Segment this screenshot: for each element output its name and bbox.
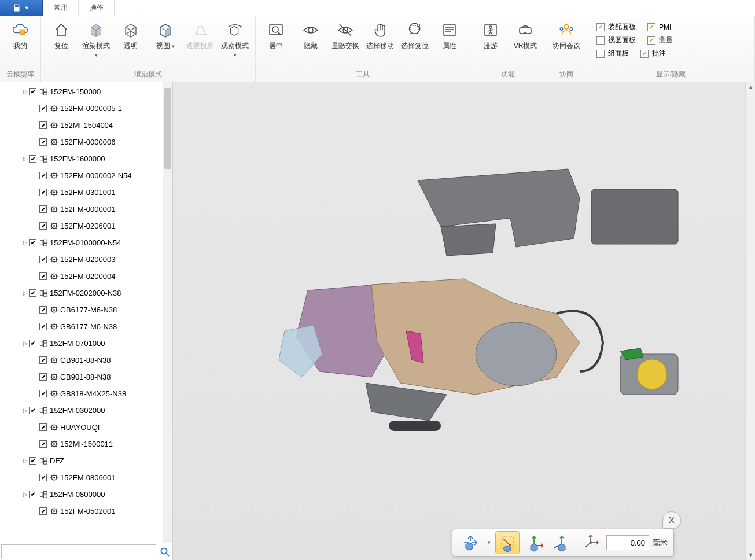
checkbox-icon[interactable] — [39, 373, 47, 381]
tree-assembly-node[interactable]: 152FM-0302000 — [0, 402, 172, 419]
checkbox-icon[interactable] — [29, 407, 36, 414]
showhide-check-viewpanel[interactable]: 视图面板 — [596, 35, 636, 45]
checkbox-icon[interactable] — [39, 189, 47, 196]
tree-part-node[interactable]: 152FM-0000001 — [0, 201, 172, 218]
expander-icon[interactable] — [22, 156, 29, 162]
tree-assembly-node[interactable]: 152FM-1600000 — [0, 150, 172, 167]
checkbox-icon[interactable] — [39, 172, 47, 179]
showhide-check-pmi[interactable]: PMI — [647, 22, 671, 32]
observe-mode-button[interactable]: 观察模式 — [218, 19, 252, 61]
tree-part-node[interactable]: GB6177-M6-N38 — [0, 301, 172, 318]
perspective-button[interactable]: 透视投影 — [183, 19, 217, 52]
mine-button[interactable]: 我的 — [3, 19, 37, 52]
checkbox-icon[interactable] — [39, 205, 47, 213]
tree-part-node[interactable]: GB901-88-N38 — [0, 369, 172, 385]
checkbox-icon[interactable] — [29, 88, 36, 95]
checkbox-icon[interactable] — [39, 323, 47, 330]
3d-viewport[interactable]: X ▾ 毫米 ▲ ▼ — [173, 82, 755, 560]
checkbox-icon[interactable] — [39, 222, 47, 230]
roam-button[interactable]: 漫游 — [474, 19, 507, 52]
checkbox-icon[interactable] — [39, 306, 47, 314]
hide-button[interactable]: 隐藏 — [294, 19, 327, 52]
move-rotate-button[interactable] — [579, 531, 603, 554]
checkbox-icon[interactable] — [39, 423, 47, 431]
tab-operation[interactable]: 操作 — [79, 0, 115, 16]
tree-part-node[interactable]: 152FM-0502001 — [0, 503, 172, 520]
tree-part-node[interactable]: 152FM-0806001 — [0, 469, 172, 486]
checkbox-icon[interactable] — [29, 239, 36, 246]
checkbox-icon[interactable] — [29, 340, 36, 347]
tree-assembly-node[interactable]: DFZ — [0, 452, 172, 469]
expander-icon[interactable] — [22, 491, 29, 498]
showhide-check-grouppanel[interactable]: 组面板 — [596, 49, 629, 58]
checkbox-icon[interactable] — [29, 491, 36, 498]
tree-part-node[interactable]: 152MI-1500011 — [0, 436, 172, 452]
tree-part-node[interactable]: 152FM-0206001 — [0, 218, 172, 234]
checkbox-icon[interactable] — [39, 272, 47, 280]
viewport-scrollbar[interactable]: ▲ ▼ — [745, 82, 755, 560]
tree-scrollbar[interactable] — [163, 82, 172, 543]
move-free-button[interactable] — [458, 531, 483, 554]
showhide-check-measure[interactable]: 测量 — [647, 35, 673, 45]
checkbox-icon[interactable] — [29, 457, 36, 465]
move-distance-input[interactable] — [606, 535, 649, 550]
checkbox-icon[interactable] — [39, 440, 47, 448]
checkbox-icon[interactable] — [39, 138, 47, 146]
properties-button[interactable]: 属性 — [433, 19, 466, 52]
tree-part-node[interactable]: GB6177-M6-N38 — [0, 318, 172, 335]
vr-mode-button[interactable]: VR模式 — [509, 19, 542, 52]
tree-assembly-node[interactable]: 152FM-0800000 — [0, 486, 172, 503]
tree-part-node[interactable]: 152FM-0301001 — [0, 184, 172, 201]
checkbox-icon[interactable] — [39, 256, 47, 263]
tree-assembly-node[interactable]: 152FM-0202000-N38 — [0, 285, 172, 301]
expander-icon[interactable] — [22, 407, 29, 414]
checkbox-icon[interactable] — [39, 121, 47, 129]
tree-part-node[interactable]: GB901-88-N38 — [0, 352, 172, 369]
expander-icon[interactable] — [22, 240, 29, 246]
checkbox-icon[interactable] — [29, 289, 36, 297]
move-scale-button[interactable] — [495, 531, 520, 554]
tree-part-node[interactable]: 152MI-1504004 — [0, 117, 172, 134]
tree-assembly-node[interactable]: 152FM-150000 — [0, 83, 172, 100]
scroll-up-arrow-icon[interactable]: ▲ — [746, 82, 755, 93]
tree-part-node[interactable]: 152FM-0200004 — [0, 268, 172, 285]
checkbox-icon[interactable] — [29, 155, 36, 163]
checkbox-icon[interactable] — [39, 390, 47, 397]
app-menu-button[interactable]: ▼ — [0, 0, 43, 16]
render-mode-button[interactable]: 渲染模式 — [79, 19, 113, 61]
close-toolbar-button[interactable]: X — [662, 511, 681, 529]
center-button[interactable]: 居中 — [259, 19, 293, 52]
move-axis-y-button[interactable] — [551, 531, 575, 554]
move-axis-x-button[interactable] — [523, 531, 547, 554]
scroll-down-arrow-icon[interactable]: ▼ — [746, 550, 755, 560]
search-input[interactable] — [1, 544, 156, 559]
view-button[interactable]: 视图 — [149, 19, 182, 53]
tree-part-node[interactable]: GB818-M4X25-N38 — [0, 385, 172, 402]
reset-button[interactable]: 复位 — [45, 19, 78, 52]
search-button[interactable] — [157, 544, 172, 559]
toggle-visibility-button[interactable]: 显隐交换 — [329, 19, 362, 52]
expander-icon[interactable] — [22, 458, 29, 464]
expander-icon[interactable] — [22, 340, 29, 347]
tree-assembly-node[interactable]: 152FM-0701000 — [0, 335, 172, 352]
tab-commonly-used[interactable]: 常用 — [43, 0, 79, 16]
checkbox-icon[interactable] — [39, 507, 47, 515]
tree-part-node[interactable]: HUAYOUQI — [0, 419, 172, 436]
checkbox-icon[interactable] — [39, 356, 47, 364]
tree-part-node[interactable]: 152FM-0000002-N54 — [0, 167, 172, 184]
scrollbar-thumb[interactable] — [164, 88, 171, 169]
select-reset-button[interactable]: 选择复位 — [398, 19, 432, 52]
expander-icon[interactable] — [22, 89, 29, 95]
expander-icon[interactable] — [22, 290, 29, 296]
tree-part-node[interactable]: 152FM-0200003 — [0, 251, 172, 268]
showhide-check-annot[interactable]: 批注 — [640, 49, 666, 58]
tree-assembly-node[interactable]: 152FM-0100000-N54 — [0, 234, 172, 251]
tree-part-node[interactable]: 152FM-0000006 — [0, 134, 172, 150]
checkbox-icon[interactable] — [39, 105, 47, 112]
assembly-tree[interactable]: 152FM-150000152FM-0000005-1152MI-1504004… — [0, 82, 172, 543]
collab-meeting-button[interactable]: 协同会议 — [550, 19, 583, 52]
checkbox-icon[interactable] — [39, 474, 47, 481]
transparent-button[interactable]: 透明 — [114, 19, 148, 52]
move-free-dropdown[interactable]: ▾ — [486, 531, 492, 554]
select-move-button[interactable]: 选择移动 — [363, 19, 397, 52]
